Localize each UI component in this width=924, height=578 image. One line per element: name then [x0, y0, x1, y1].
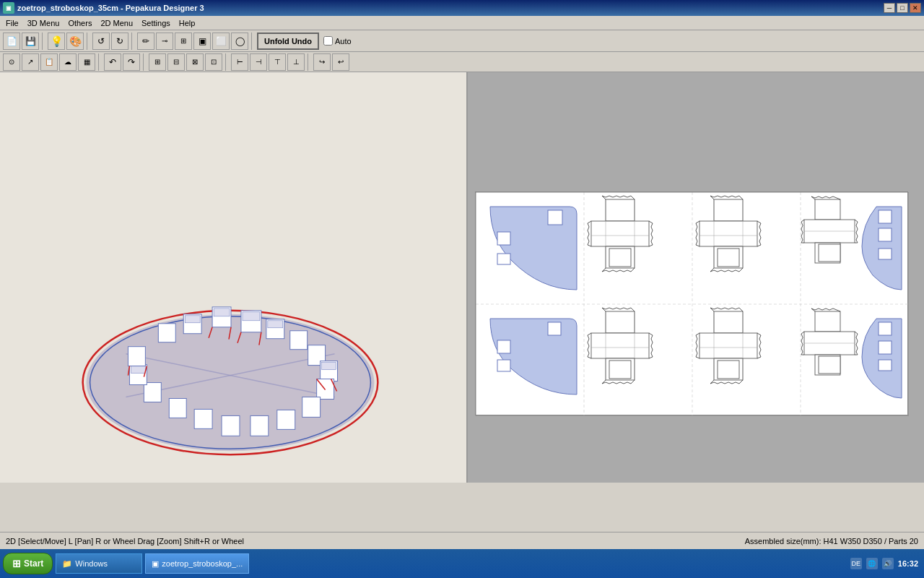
start-label: Start [24, 558, 43, 569]
statusbar: 2D [Select/Move] L [Pan] R or Wheel Drag… [0, 532, 924, 549]
2d-view[interactable] [468, 72, 924, 483]
window-title: zoetrop_stroboskop_35cm - Pepakura Desig… [17, 4, 204, 12]
titlebar-controls[interactable]: ─ □ ✕ [884, 3, 921, 13]
rotate-button[interactable]: ⊞ [175, 33, 192, 50]
close-button[interactable]: ✕ [910, 3, 921, 13]
taskbar-item-windows[interactable]: 📁 Windows [56, 553, 142, 574]
light-button[interactable]: 💡 [48, 33, 65, 50]
svg-rect-21 [277, 410, 295, 429]
align2-button[interactable]: ⊣ [250, 53, 267, 71]
svg-rect-69 [497, 360, 510, 371]
menu-settings[interactable]: Settings [137, 17, 175, 29]
svg-rect-51 [609, 249, 631, 267]
tool3-button[interactable]: ⊠ [186, 53, 204, 71]
pen-button[interactable]: ✏ [137, 33, 154, 50]
svg-rect-28 [131, 366, 145, 374]
menu-help[interactable]: Help [175, 17, 200, 29]
status-left: 2D [Select/Move] L [Pan] R or Wheel Drag… [6, 537, 244, 545]
svg-rect-89 [879, 322, 892, 335]
menu-others[interactable]: Others [64, 17, 96, 29]
svg-rect-29 [128, 347, 145, 366]
menu-file[interactable]: File [1, 17, 23, 29]
start-button[interactable]: ⊞ Start [3, 553, 53, 574]
texture-button[interactable]: ☁ [59, 53, 77, 71]
svg-rect-59 [815, 199, 840, 220]
wireframe-button[interactable]: ⬜ [212, 33, 230, 50]
toolbar1: 📄 💾 💡 🎨 ↺ ↻ ✏ ⊸ ⊞ ▣ ⬜ ◯ Unfold Undo Auto [0, 30, 924, 52]
scale-button[interactable]: ▣ [193, 33, 211, 50]
svg-rect-71 [591, 333, 649, 358]
svg-rect-77 [714, 311, 743, 333]
titlebar: ▣ zoetrop_stroboskop_35cm - Pepakura Des… [0, 0, 924, 16]
grid-button[interactable]: ▦ [78, 53, 95, 71]
windows-icon: 📁 [62, 559, 72, 569]
sep8 [308, 53, 310, 71]
copy-button[interactable]: 📋 [40, 53, 58, 71]
save-button[interactable]: 💾 [22, 33, 39, 50]
svg-rect-18 [322, 363, 336, 370]
taskbar-right: DE 🌐 🔊 16:32 [850, 558, 921, 569]
align4-button[interactable]: ⊥ [287, 53, 305, 71]
svg-rect-65 [879, 228, 892, 241]
svg-rect-26 [144, 383, 161, 402]
svg-rect-11 [185, 316, 200, 323]
move-button[interactable]: ⊸ [156, 33, 173, 50]
svg-rect-12 [158, 324, 175, 342]
align3-button[interactable]: ⊤ [269, 53, 286, 71]
svg-rect-20 [302, 397, 321, 417]
menu-3dmenu[interactable]: 3D Menu [23, 17, 64, 29]
maximize-button[interactable]: □ [897, 3, 908, 13]
volume-icon: 🔊 [882, 558, 894, 569]
undo-button[interactable]: ↺ [92, 33, 110, 50]
redo2-button[interactable]: ↷ [123, 53, 140, 71]
svg-rect-23 [222, 415, 240, 436]
tool1-button[interactable]: ⊞ [149, 53, 166, 71]
svg-rect-46 [591, 221, 649, 246]
svg-rect-52 [714, 199, 743, 221]
tool2-button[interactable]: ⊟ [167, 53, 185, 71]
auto-checkbox-area[interactable]: Auto [323, 36, 352, 46]
shadow-button[interactable]: ◯ [231, 33, 248, 50]
sep5 [98, 53, 101, 71]
tool4-button[interactable]: ⊡ [205, 53, 222, 71]
titlebar-left: ▣ zoetrop_stroboskop_35cm - Pepakura Des… [3, 2, 204, 14]
color-button[interactable]: 🎨 [66, 33, 84, 50]
taskbar: ⊞ Start 📁 Windows ▣ zoetrop_stroboskop_.… [0, 549, 924, 578]
svg-rect-14 [268, 321, 283, 328]
svg-rect-25 [169, 398, 186, 418]
arrow-button[interactable]: ↗ [22, 53, 39, 71]
svg-rect-42 [548, 210, 562, 225]
svg-rect-45 [606, 199, 635, 221]
network-icon: 🌐 [866, 558, 878, 569]
menu-2dmenu[interactable]: 2D Menu [96, 17, 137, 29]
redo-button[interactable]: ↻ [111, 33, 128, 50]
svg-rect-58 [718, 249, 739, 267]
zoetrop-icon: ▣ [152, 559, 159, 569]
minimize-button[interactable]: ─ [884, 3, 895, 13]
svg-rect-91 [879, 360, 892, 371]
taskbar-item-zoetrop[interactable]: ▣ zoetrop_stroboskop_... [145, 553, 249, 574]
svg-rect-9 [214, 309, 230, 316]
svg-rect-24 [194, 409, 212, 428]
sep1 [42, 33, 45, 50]
svg-rect-22 [250, 415, 269, 436]
svg-rect-64 [879, 210, 892, 223]
3d-view[interactable] [0, 72, 468, 483]
svg-rect-7 [243, 312, 260, 321]
undo2-button[interactable]: ↶ [104, 53, 121, 71]
auto-checkbox[interactable] [323, 36, 333, 46]
svg-rect-66 [879, 249, 892, 259]
sep3 [131, 33, 134, 50]
new-button[interactable]: 📄 [3, 33, 20, 50]
select-button[interactable]: ⊙ [3, 53, 20, 71]
svg-rect-53 [699, 221, 757, 246]
clock: 16:32 [898, 559, 918, 568]
svg-rect-78 [699, 333, 757, 358]
unfold-undo-button[interactable]: Unfold Undo [257, 33, 319, 50]
lang-indicator: DE [850, 558, 862, 569]
spiral1-button[interactable]: ↪ [313, 53, 331, 71]
sep6 [143, 53, 146, 71]
align1-button[interactable]: ⊢ [231, 53, 248, 71]
svg-rect-67 [548, 322, 561, 335]
spiral2-button[interactable]: ↩ [332, 53, 349, 71]
